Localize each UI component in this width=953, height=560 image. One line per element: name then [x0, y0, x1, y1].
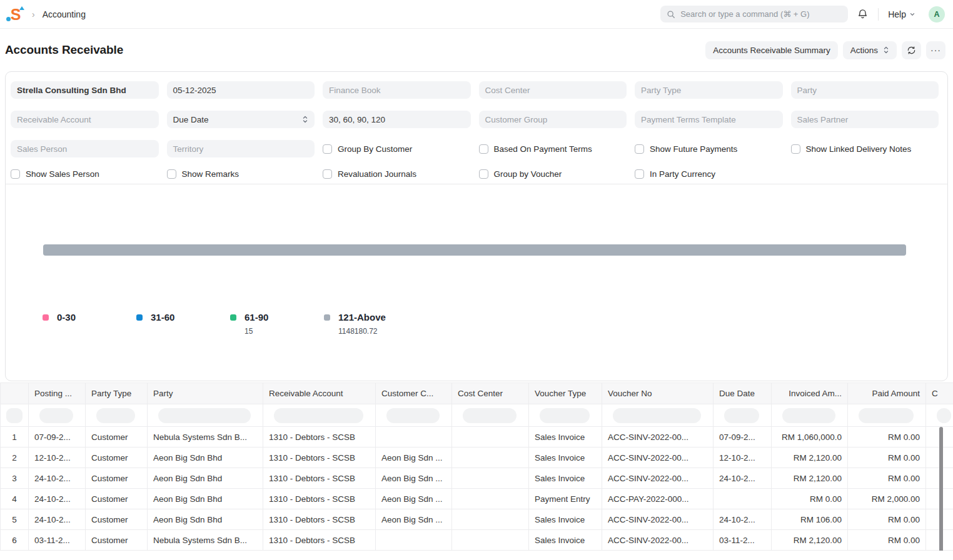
column-header[interactable]: C: [926, 383, 953, 404]
table-cell[interactable]: Aeon Big Sdn Bhd: [148, 448, 263, 468]
table-cell[interactable]: [376, 530, 452, 551]
column-header[interactable]: Posting ...: [29, 383, 86, 404]
column-header[interactable]: Invoiced Am...: [772, 383, 848, 404]
checkbox-group-by-customer[interactable]: Group By Customer: [323, 144, 412, 154]
column-header[interactable]: Receivable Account: [263, 383, 376, 404]
column-header[interactable]: Cost Center: [452, 383, 529, 404]
table-cell[interactable]: ACC-SINV-2022-00...: [602, 427, 713, 448]
receivable-account-filter[interactable]: Receivable Account: [11, 111, 159, 128]
column-header[interactable]: Paid Amount: [848, 383, 926, 404]
row-number-cell[interactable]: 1: [1, 427, 29, 448]
table-cell[interactable]: RM 0.00: [848, 448, 926, 468]
table-cell[interactable]: Aeon Big Sdn Bhd: [148, 489, 263, 509]
table-cell[interactable]: Sales Invoice: [529, 468, 602, 489]
table-cell[interactable]: Aeon Big Sdn ...: [376, 509, 452, 530]
actions-dropdown-button[interactable]: Actions: [843, 41, 897, 59]
table-cell[interactable]: Payment Entry: [529, 489, 602, 509]
search-input[interactable]: Search or type a command (⌘ + G): [660, 6, 848, 22]
table-cell[interactable]: RM 0.00: [848, 427, 926, 448]
checkbox-show-linked-delivery-notes[interactable]: Show Linked Delivery Notes: [791, 144, 912, 154]
legend-item-31-60[interactable]: 31-60: [136, 312, 230, 336]
table-cell[interactable]: ACC-SINV-2022-00...: [602, 509, 713, 530]
table-cell[interactable]: Aeon Big Sdn ...: [376, 489, 452, 509]
table-cell[interactable]: [452, 509, 529, 530]
party-type-filter[interactable]: Party Type: [635, 81, 783, 99]
legend-item-0-30[interactable]: 0-30: [43, 312, 136, 336]
table-cell[interactable]: [452, 489, 529, 509]
table-cell[interactable]: 07-09-2...: [29, 427, 86, 448]
row-number-cell[interactable]: 5: [1, 509, 29, 530]
column-filter-input[interactable]: [6, 408, 23, 423]
customer-group-filter[interactable]: Customer Group: [479, 111, 627, 128]
more-options-button[interactable]: ···: [926, 41, 945, 59]
table-cell[interactable]: 1310 - Debtors - SCSB: [263, 489, 376, 509]
checkbox-show-sales-person[interactable]: Show Sales Person: [11, 169, 99, 179]
table-cell[interactable]: 1310 - Debtors - SCSB: [263, 530, 376, 551]
table-cell[interactable]: RM 0.00: [848, 468, 926, 489]
table-cell[interactable]: [376, 427, 452, 448]
party-filter[interactable]: Party: [791, 81, 939, 99]
checkbox-in-party-currency[interactable]: In Party Currency: [635, 169, 715, 179]
help-menu-button[interactable]: Help: [884, 9, 919, 20]
checkbox-show-remarks[interactable]: Show Remarks: [167, 169, 240, 179]
column-filter-input[interactable]: [937, 408, 951, 423]
column-filter-input[interactable]: [463, 408, 517, 423]
table-cell[interactable]: Aeon Big Sdn Bhd: [148, 509, 263, 530]
table-cell[interactable]: Sales Invoice: [529, 427, 602, 448]
column-filter-input[interactable]: [782, 408, 835, 423]
table-cell[interactable]: Customer: [86, 468, 148, 489]
refresh-button[interactable]: [902, 41, 921, 59]
column-filter-input[interactable]: [386, 408, 440, 423]
table-cell[interactable]: Aeon Big Sdn Bhd: [148, 468, 263, 489]
table-cell[interactable]: [452, 468, 529, 489]
ageing-range-filter[interactable]: 30, 60, 90, 120: [323, 111, 471, 128]
ageing-based-on-select[interactable]: Due Date: [167, 111, 315, 128]
column-filter-input[interactable]: [724, 408, 759, 423]
table-cell[interactable]: Aeon Big Sdn ...: [376, 468, 452, 489]
table-cell[interactable]: ACC-SINV-2022-00...: [602, 530, 713, 551]
legend-item-61-90[interactable]: 61-90 15: [230, 312, 324, 336]
column-header[interactable]: Party Type: [86, 383, 148, 404]
table-cell[interactable]: RM 1,060,000.0: [772, 427, 848, 448]
table-cell[interactable]: Customer: [86, 448, 148, 468]
column-filter-input[interactable]: [274, 408, 363, 423]
column-header[interactable]: Voucher No: [602, 383, 713, 404]
table-cell[interactable]: Sales Invoice: [529, 530, 602, 551]
table-cell[interactable]: [452, 530, 529, 551]
territory-filter[interactable]: Territory: [167, 140, 315, 158]
table-cell[interactable]: Customer: [86, 530, 148, 551]
sales-partner-filter[interactable]: Sales Partner: [791, 111, 939, 128]
table-cell[interactable]: 24-10-2...: [713, 468, 772, 489]
row-number-cell[interactable]: 6: [1, 530, 29, 551]
column-filter-input[interactable]: [39, 408, 73, 423]
company-filter[interactable]: Strella Consulting Sdn Bhd: [11, 81, 159, 99]
column-header[interactable]: Customer C...: [376, 383, 452, 404]
column-header[interactable]: Due Date: [713, 383, 772, 404]
table-cell[interactable]: Customer: [86, 489, 148, 509]
table-cell[interactable]: RM 2,120.00: [772, 448, 848, 468]
table-cell[interactable]: RM 2,120.00: [772, 530, 848, 551]
column-filter-input[interactable]: [540, 408, 590, 423]
avatar[interactable]: A: [929, 6, 945, 22]
table-cell[interactable]: [452, 448, 529, 468]
row-number-cell[interactable]: 2: [1, 448, 29, 468]
payment-terms-template-filter[interactable]: Payment Terms Template: [635, 111, 783, 128]
notifications-button[interactable]: [852, 5, 872, 24]
checkbox-based-on-payment-terms[interactable]: Based On Payment Terms: [479, 144, 592, 154]
table-cell[interactable]: Sales Invoice: [529, 509, 602, 530]
column-filter-input[interactable]: [158, 408, 251, 423]
table-cell[interactable]: Aeon Big Sdn ...: [376, 448, 452, 468]
table-cell[interactable]: 24-10-2...: [713, 509, 772, 530]
table-cell[interactable]: Nebula Systems Sdn B...: [148, 530, 263, 551]
accounts-receivable-summary-button[interactable]: Accounts Receivable Summary: [705, 41, 838, 59]
table-cell[interactable]: Nebula Systems Sdn B...: [148, 427, 263, 448]
column-filter-input[interactable]: [613, 408, 701, 423]
table-vertical-scrollbar[interactable]: [939, 427, 943, 551]
legend-item-121-above[interactable]: 121-Above 1148180.72: [324, 312, 418, 336]
table-cell[interactable]: ACC-PAY-2022-000...: [602, 489, 713, 509]
table-cell[interactable]: 24-10-2...: [29, 509, 86, 530]
breadcrumb[interactable]: Accounting: [43, 9, 86, 19]
table-cell[interactable]: RM 0.00: [848, 509, 926, 530]
report-date-filter[interactable]: 05-12-2025: [167, 81, 315, 99]
table-cell[interactable]: Sales Invoice: [529, 448, 602, 468]
